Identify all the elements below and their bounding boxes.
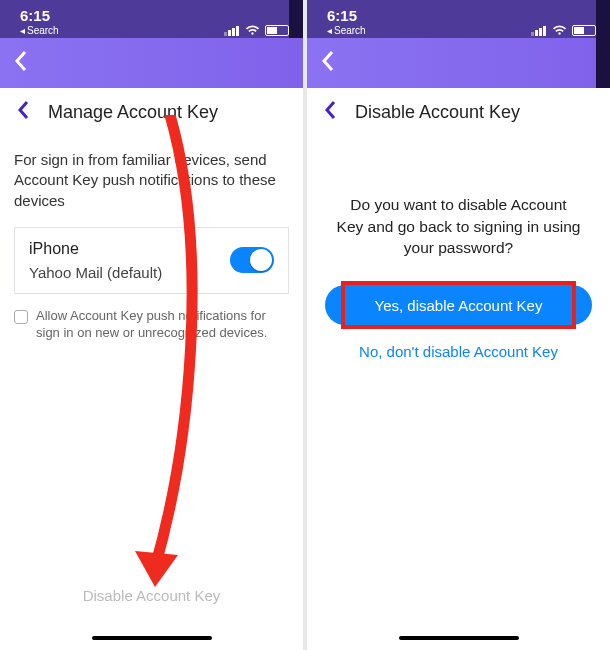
back-chevron-icon[interactable] bbox=[325, 100, 337, 124]
cell-signal-icon bbox=[224, 26, 240, 36]
status-indicators bbox=[224, 25, 289, 36]
chevron-left-icon: ◂ bbox=[327, 25, 332, 37]
allow-checkbox[interactable] bbox=[14, 310, 28, 324]
intro-text: For sign in from familiar devices, send … bbox=[14, 150, 289, 211]
disable-account-key-link[interactable]: Disable Account Key bbox=[0, 587, 303, 604]
status-time: 6:15 bbox=[20, 7, 50, 24]
cell-signal-icon bbox=[531, 26, 547, 36]
wifi-icon bbox=[552, 25, 567, 36]
status-bar: 6:15 ◂ Search bbox=[307, 0, 610, 38]
nav-bar bbox=[0, 38, 303, 88]
device-name: iPhone bbox=[29, 240, 162, 258]
confirm-question: Do you want to disable Account Key and g… bbox=[335, 194, 582, 259]
nav-bar bbox=[307, 38, 610, 88]
breadcrumb-back-to-search[interactable]: ◂ Search bbox=[327, 25, 366, 37]
phone-bezel bbox=[289, 0, 303, 38]
device-app: Yahoo Mail (default) bbox=[29, 264, 162, 281]
breadcrumb-back-to-search[interactable]: ◂ Search bbox=[20, 25, 59, 37]
battery-icon bbox=[265, 25, 289, 36]
back-chevron-icon[interactable] bbox=[18, 100, 30, 124]
status-indicators bbox=[531, 25, 596, 36]
page-header: Manage Account Key bbox=[0, 88, 303, 136]
svg-marker-0 bbox=[135, 551, 178, 587]
yes-disable-button[interactable]: Yes, disable Account Key bbox=[325, 285, 592, 325]
home-indicator[interactable] bbox=[399, 636, 519, 640]
no-dont-disable-link[interactable]: No, don't disable Account Key bbox=[307, 343, 610, 360]
allow-new-devices-row[interactable]: Allow Account Key push notifications for… bbox=[14, 308, 289, 342]
page-title: Disable Account Key bbox=[355, 102, 520, 123]
battery-icon bbox=[572, 25, 596, 36]
screenshot-disable-account-key: 6:15 ◂ Search Disable Account Key Do you… bbox=[307, 0, 610, 650]
page-title: Manage Account Key bbox=[48, 102, 218, 123]
home-indicator[interactable] bbox=[92, 636, 212, 640]
back-button[interactable] bbox=[14, 50, 28, 76]
device-toggle[interactable] bbox=[230, 247, 274, 273]
status-bar: 6:15 ◂ Search bbox=[0, 0, 303, 38]
wifi-icon bbox=[245, 25, 260, 36]
page-header: Disable Account Key bbox=[307, 88, 610, 136]
screenshot-manage-account-key: 6:15 ◂ Search Manage Account Key For sig… bbox=[0, 0, 303, 650]
allow-label: Allow Account Key push notifications for… bbox=[36, 308, 289, 342]
back-button[interactable] bbox=[321, 50, 335, 76]
status-time: 6:15 bbox=[327, 7, 357, 24]
device-card: iPhone Yahoo Mail (default) bbox=[14, 227, 289, 294]
phone-bezel bbox=[596, 0, 610, 88]
chevron-left-icon: ◂ bbox=[20, 25, 25, 37]
